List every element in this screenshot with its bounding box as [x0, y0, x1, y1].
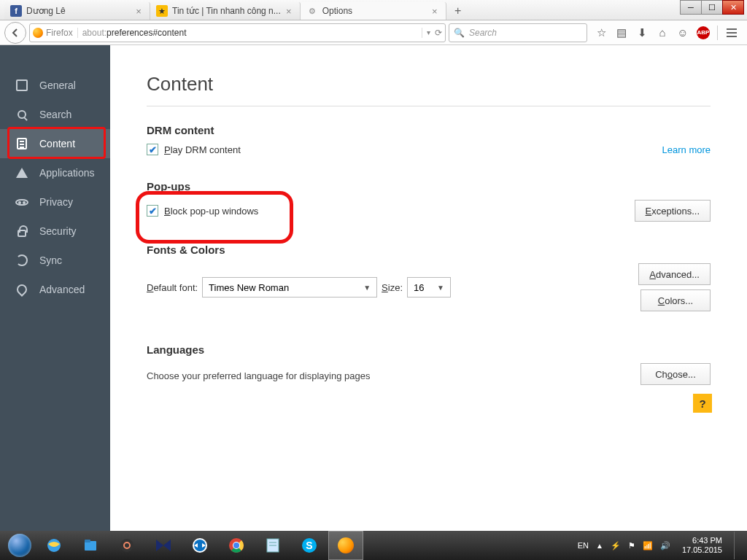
svg-marker-5	[156, 540, 163, 551]
navigation-toolbar: Firefox about:preferences#content ▾ ⟳ 🔍 …	[0, 20, 747, 45]
windows-orb-icon	[8, 534, 31, 557]
svg-rect-2	[85, 540, 90, 542]
taskbar-firefox[interactable]	[328, 531, 363, 560]
tab-news[interactable]: ★ Tin tức | Tin nhanh công n... ×	[150, 2, 301, 20]
svg-text:S: S	[306, 540, 312, 551]
feedback-icon[interactable]: ☺	[676, 26, 689, 39]
close-icon[interactable]: ×	[133, 6, 144, 16]
window-titlebar: f Dương Lê × ★ Tin tức | Tin nhanh công …	[0, 0, 747, 20]
adblock-icon[interactable]: ABP	[697, 26, 710, 39]
tab-label: Dương Lê	[26, 6, 131, 16]
taskbar-ie[interactable]	[36, 531, 71, 560]
tray-volume-icon[interactable]: 🔊	[660, 541, 670, 551]
tab-options[interactable]: ⚙ Options ×	[301, 2, 446, 20]
sidebar-item-applications[interactable]: Applications	[0, 158, 110, 187]
search-icon: 🔍	[454, 28, 465, 38]
back-button[interactable]	[4, 22, 26, 44]
identity-label: Firefox	[46, 28, 73, 38]
tray-network-icon[interactable]: 📶	[643, 541, 653, 551]
reload-controls: ▾ ⟳	[422, 28, 442, 38]
choose-language-button[interactable]: Choose...	[640, 363, 711, 385]
play-drm-label: Play DRM content	[164, 144, 241, 155]
default-font-label: Default font:	[147, 282, 198, 293]
tab-facebook[interactable]: f Dương Lê ×	[4, 2, 150, 20]
firefox-icon	[338, 537, 354, 553]
tray-flag-icon[interactable]: ⚑	[628, 541, 635, 551]
close-window-button[interactable]: ✕	[722, 0, 744, 15]
taskbar-teamviewer[interactable]	[182, 531, 217, 560]
exceptions-button[interactable]: Exceptions...	[635, 200, 711, 222]
search-bar[interactable]: 🔍 Search	[449, 23, 587, 42]
svg-point-15	[233, 542, 239, 548]
play-drm-checkbox[interactable]: ✔	[147, 144, 158, 155]
gear-icon: ⚙	[306, 5, 318, 17]
tray-overflow-icon[interactable]: ▲	[596, 542, 603, 550]
taskbar-chrome[interactable]	[219, 531, 254, 560]
taskbar-notepad[interactable]	[255, 531, 290, 560]
start-button[interactable]	[3, 531, 36, 560]
preferences-page: General Search Content Applications Priv…	[0, 45, 747, 531]
preferences-main: Content DRM content ✔ Play DRM content L…	[110, 45, 747, 531]
windows-taskbar: S EN ▲ ⚡ ⚑ 📶 🔊 6:43 PM 17.05.2015	[0, 531, 747, 560]
home-icon[interactable]: ⌂	[656, 26, 669, 39]
minimize-button[interactable]: ─	[680, 0, 702, 15]
downloads-icon[interactable]: ⬇	[635, 26, 649, 39]
font-size-select[interactable]: 16▼	[407, 277, 451, 298]
taskbar-skype[interactable]: S	[292, 531, 327, 560]
toolbar-icons: ☆ ▤ ⬇ ⌂ ☺ ABP	[590, 26, 743, 40]
system-tray: EN ▲ ⚡ ⚑ 📶 🔊 6:43 PM 17.05.2015	[578, 532, 744, 559]
sidebar-item-general[interactable]: General	[0, 71, 110, 100]
default-font-select[interactable]: Times New Roman▼	[202, 277, 377, 298]
sidebar-item-security[interactable]: Security	[0, 217, 110, 246]
site-icon: ★	[156, 5, 168, 17]
url-text: about:preferences#content	[78, 28, 422, 38]
taskbar-apps: S	[36, 531, 363, 560]
tab-label: Tin tức | Tin nhanh công n...	[172, 6, 281, 16]
show-desktop-button[interactable]	[734, 532, 740, 559]
sidebar-item-search[interactable]: Search	[0, 100, 110, 129]
hamburger-menu-icon[interactable]	[725, 26, 738, 39]
chevron-down-icon: ▼	[430, 284, 444, 292]
fonts-heading: Fonts & Colors	[147, 244, 711, 256]
block-popups-checkbox[interactable]: ✔	[147, 205, 158, 217]
tray-power-icon[interactable]: ⚡	[611, 541, 621, 551]
new-tab-button[interactable]: +	[449, 4, 467, 18]
taskbar-clock[interactable]: 6:43 PM 17.05.2015	[678, 536, 727, 555]
identity-box[interactable]: Firefox	[33, 28, 78, 38]
page-title: Content	[147, 73, 711, 106]
taskbar-app2[interactable]	[146, 531, 181, 560]
facebook-icon: f	[10, 5, 22, 17]
window-controls: ─ ☐ ✕	[681, 0, 744, 15]
taskbar-explorer[interactable]	[73, 531, 108, 560]
chevron-down-icon: ▼	[356, 284, 371, 292]
popups-heading: Pop-ups	[147, 180, 711, 192]
browser-tabs: f Dương Lê × ★ Tin tức | Tin nhanh công …	[0, 0, 747, 20]
taskbar-app1[interactable]	[109, 531, 144, 560]
close-icon[interactable]: ×	[284, 6, 294, 16]
drm-heading: DRM content	[147, 124, 711, 136]
sidebar-item-sync[interactable]: Sync	[0, 246, 110, 275]
size-label: Size:	[382, 282, 403, 293]
language-indicator[interactable]: EN	[578, 541, 589, 550]
languages-heading: Languages	[147, 343, 711, 356]
svg-marker-6	[163, 540, 171, 551]
dropdown-icon[interactable]: ▾	[427, 28, 430, 36]
close-icon[interactable]: ×	[430, 6, 440, 16]
colors-button[interactable]: Colors...	[640, 289, 711, 311]
help-button[interactable]: ?	[693, 394, 712, 413]
url-bar[interactable]: Firefox about:preferences#content ▾ ⟳	[29, 23, 446, 42]
reading-list-icon[interactable]: ▤	[615, 26, 628, 39]
bookmark-star-icon[interactable]: ☆	[595, 26, 608, 39]
preferences-sidebar: General Search Content Applications Priv…	[0, 45, 110, 531]
search-placeholder: Search	[469, 28, 497, 38]
tab-label: Options	[322, 6, 427, 16]
reload-button[interactable]: ⟳	[435, 28, 442, 38]
fonts-advanced-button[interactable]: Advanced...	[638, 263, 711, 285]
languages-text: Choose your preferred language for displ…	[147, 370, 370, 381]
maximize-button[interactable]: ☐	[701, 0, 723, 15]
sidebar-item-privacy[interactable]: Privacy	[0, 187, 110, 217]
sidebar-item-advanced[interactable]: Advanced	[0, 275, 110, 304]
block-popups-label: Block pop-up windows	[164, 206, 258, 217]
sidebar-item-content[interactable]: Content	[0, 129, 110, 158]
learn-more-link[interactable]: Learn more	[662, 144, 711, 155]
